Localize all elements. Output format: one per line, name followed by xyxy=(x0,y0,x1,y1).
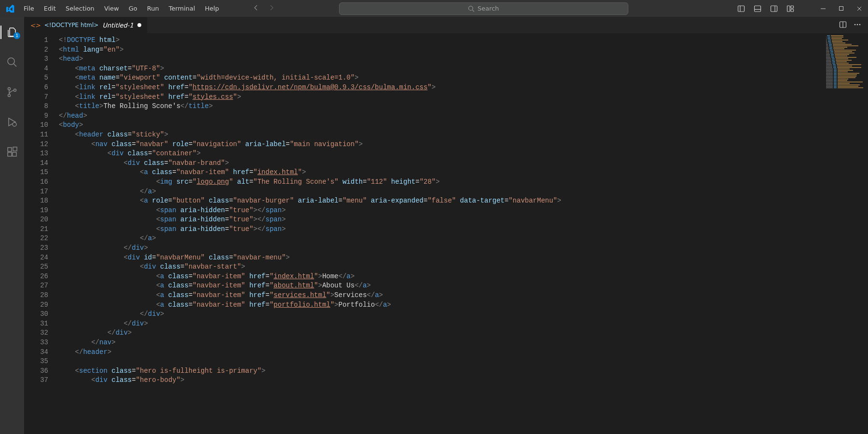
editor-area: <> <!DOCTYPE html> Untitled-1 1234567891… xyxy=(24,17,868,434)
svg-point-18 xyxy=(8,95,11,97)
tab-untitled-1[interactable]: <> <!DOCTYPE html> Untitled-1 xyxy=(24,17,148,33)
workspace: 1 <> <!DOCTYPE html> Untitled-1 xyxy=(0,17,868,434)
menu-run[interactable]: Run xyxy=(143,3,163,14)
tab-bar: <> <!DOCTYPE html> Untitled-1 xyxy=(24,17,868,34)
svg-rect-6 xyxy=(771,6,777,12)
vscode-logo-icon xyxy=(6,4,14,13)
svg-line-1 xyxy=(473,10,475,12)
svg-point-17 xyxy=(8,88,11,90)
menu-bar: File Edit Selection View Go Run Terminal… xyxy=(19,3,223,14)
svg-rect-9 xyxy=(791,6,794,8)
menu-edit[interactable]: Edit xyxy=(40,3,60,14)
line-number-gutter: 1234567891011121314151617181920212223242… xyxy=(24,34,58,434)
window-controls xyxy=(737,5,864,13)
menu-go[interactable]: Go xyxy=(124,3,142,14)
svg-point-15 xyxy=(8,58,14,65)
activity-run-debug[interactable] xyxy=(0,112,24,132)
activity-extensions[interactable] xyxy=(0,142,24,162)
unsaved-dot-icon xyxy=(137,23,141,27)
more-actions-icon[interactable] xyxy=(854,21,861,30)
svg-rect-12 xyxy=(840,7,843,11)
menu-selection[interactable]: Selection xyxy=(61,3,99,14)
svg-rect-8 xyxy=(787,6,790,12)
svg-point-27 xyxy=(854,24,856,25)
code-content[interactable]: <!DOCTYPE html><html lang="en"><head> <m… xyxy=(58,34,825,434)
customize-layout-icon[interactable] xyxy=(787,5,794,13)
command-center-search[interactable]: Search xyxy=(339,2,628,15)
svg-rect-23 xyxy=(13,152,16,156)
svg-rect-10 xyxy=(791,9,794,12)
svg-rect-2 xyxy=(738,6,745,12)
close-icon[interactable] xyxy=(854,6,864,12)
search-placeholder: Search xyxy=(477,5,499,12)
svg-point-28 xyxy=(857,24,858,25)
menu-view[interactable]: View xyxy=(100,3,123,14)
tab-doctype-label: <!DOCTYPE html> xyxy=(44,22,99,28)
svg-point-20 xyxy=(13,122,16,126)
activity-explorer[interactable]: 1 xyxy=(0,23,24,42)
activity-search[interactable] xyxy=(0,53,24,72)
search-icon xyxy=(6,56,18,68)
minimize-icon[interactable] xyxy=(818,6,828,12)
tab-filename: Untitled-1 xyxy=(102,22,133,29)
toggle-primary-sidebar-icon[interactable] xyxy=(737,5,745,13)
svg-point-0 xyxy=(469,6,473,10)
split-editor-icon[interactable] xyxy=(839,21,847,30)
nav-arrows xyxy=(252,4,275,13)
extensions-icon xyxy=(6,146,18,158)
debug-icon xyxy=(6,116,18,128)
activity-source-control[interactable] xyxy=(0,82,24,102)
explorer-badge: 1 xyxy=(14,32,20,39)
menu-terminal[interactable]: Terminal xyxy=(164,3,200,14)
activity-bar: 1 xyxy=(0,17,24,434)
nav-forward-icon[interactable] xyxy=(268,4,275,13)
menu-help[interactable]: Help xyxy=(201,3,224,14)
svg-rect-24 xyxy=(13,147,17,151)
minimap-content xyxy=(826,35,867,89)
svg-point-29 xyxy=(859,24,861,25)
html-file-icon: <> xyxy=(30,22,41,29)
title-bar: File Edit Selection View Go Run Terminal… xyxy=(0,0,868,17)
toggle-secondary-sidebar-icon[interactable] xyxy=(770,5,778,13)
editor-body: 1234567891011121314151617181920212223242… xyxy=(24,34,868,434)
svg-rect-4 xyxy=(755,6,761,12)
svg-rect-22 xyxy=(8,152,12,156)
menu-file[interactable]: File xyxy=(19,3,39,14)
maximize-icon[interactable] xyxy=(837,6,846,11)
editor-actions xyxy=(832,21,868,30)
svg-point-19 xyxy=(14,89,16,92)
nav-back-icon[interactable] xyxy=(252,4,260,13)
svg-line-16 xyxy=(14,64,16,67)
minimap[interactable] xyxy=(825,34,868,434)
svg-rect-21 xyxy=(8,148,12,151)
search-icon xyxy=(468,5,475,12)
source-control-icon xyxy=(6,86,18,98)
toggle-panel-icon[interactable] xyxy=(754,5,761,13)
